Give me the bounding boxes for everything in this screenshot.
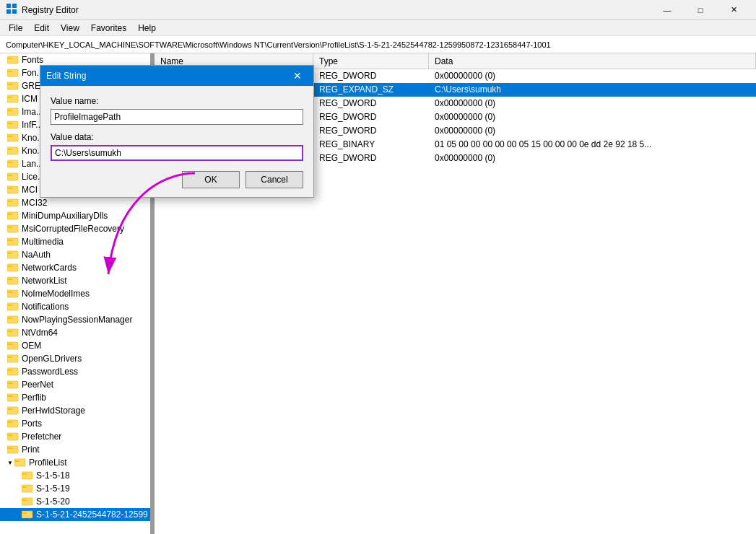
folder-icon — [7, 54, 19, 66]
svg-rect-51 — [7, 253, 12, 254]
tree-item[interactable]: OEM — [0, 339, 150, 352]
tree-item[interactable]: Ports — [0, 417, 150, 430]
folder-icon — [7, 301, 19, 313]
tree-item[interactable]: S-1-5-18 — [0, 469, 150, 482]
tree-item[interactable]: MiniDumpAuxiliaryDlls — [0, 209, 150, 222]
svg-rect-30 — [7, 162, 12, 163]
cancel-button[interactable]: Cancel — [246, 171, 303, 188]
dialog-buttons: OK Cancel — [51, 170, 303, 188]
folder-icon — [7, 119, 19, 131]
menu-item-view[interactable]: View — [55, 22, 85, 35]
svg-rect-87 — [7, 408, 12, 410]
tree-item[interactable]: PerHwIdStorage — [0, 404, 150, 417]
svg-rect-9 — [7, 71, 12, 72]
folder-icon — [7, 210, 19, 222]
tree-item[interactable]: PasswordLess — [0, 365, 150, 378]
svg-rect-60 — [7, 292, 12, 293]
svg-rect-45 — [7, 227, 12, 228]
tree-item-label: S-1-5-18 — [36, 470, 70, 481]
tree-item[interactable]: MsiCorruptedFileRecovery — [0, 222, 150, 235]
tree-item[interactable]: NoImeModelImes — [0, 287, 150, 300]
folder-icon — [7, 392, 19, 404]
folder-icon — [22, 496, 33, 508]
tree-item[interactable]: Notifications — [0, 300, 150, 313]
svg-rect-4 — [7, 56, 18, 64]
tree-item[interactable]: S-1-5-19 — [0, 482, 150, 495]
tree-item[interactable]: NetworkList — [0, 274, 150, 287]
tree-item-label: S-1-5-19 — [36, 483, 70, 494]
svg-rect-28 — [7, 160, 18, 167]
svg-rect-97 — [14, 459, 25, 466]
folder-icon — [7, 158, 19, 170]
menu-item-file[interactable]: File — [3, 22, 28, 35]
svg-rect-70 — [7, 342, 18, 349]
col-header-data[interactable]: Data — [429, 53, 756, 69]
tree-item[interactable]: NetworkCards — [0, 261, 150, 274]
folder-icon — [7, 145, 19, 157]
tree-item[interactable]: S-1-5-20 — [0, 495, 150, 508]
folder-icon — [7, 184, 19, 196]
folder-icon — [7, 314, 19, 326]
tree-item[interactable]: NtVdm64 — [0, 326, 150, 339]
tree-item[interactable]: PeerNet — [0, 378, 150, 391]
col-header-type[interactable]: Type — [313, 53, 429, 69]
dialog-titlebar: Edit String ✕ — [40, 66, 313, 86]
tree-item[interactable]: NowPlayingSessionManager — [0, 313, 150, 326]
svg-rect-52 — [7, 264, 18, 271]
tree-item[interactable]: ▼ ProfileList — [0, 456, 150, 469]
svg-rect-63 — [7, 305, 12, 306]
minimize-button[interactable]: — — [651, 0, 684, 20]
tree-item[interactable]: Perflib — [0, 391, 150, 404]
svg-rect-79 — [7, 381, 18, 388]
folder-icon — [22, 470, 33, 482]
tree-item-label: ICM — [22, 94, 38, 104]
tree-item-label: Multimedia — [22, 237, 64, 247]
svg-rect-103 — [22, 485, 32, 492]
svg-rect-40 — [7, 212, 18, 219]
close-button[interactable]: ✕ — [717, 0, 750, 20]
folder-icon — [7, 288, 19, 300]
svg-rect-15 — [7, 97, 12, 98]
menu-item-favorites[interactable]: Favorites — [85, 22, 132, 35]
svg-rect-25 — [7, 147, 18, 154]
window-controls: — □ ✕ — [651, 0, 750, 20]
svg-rect-34 — [7, 186, 18, 193]
svg-rect-109 — [22, 511, 32, 518]
folder-icon — [7, 366, 19, 378]
cell-data: 0x00000000 (0) — [429, 153, 756, 163]
tree-item[interactable]: MCI32 — [0, 196, 150, 209]
svg-rect-36 — [7, 188, 12, 189]
folder-icon — [22, 509, 33, 521]
svg-rect-82 — [7, 394, 18, 401]
maximize-button[interactable]: □ — [684, 0, 717, 20]
svg-rect-99 — [14, 460, 19, 462]
tree-item[interactable]: Multimedia — [0, 235, 150, 248]
tree-item-label: NetworkCards — [22, 263, 77, 273]
svg-rect-31 — [7, 173, 18, 180]
menu-item-edit[interactable]: Edit — [28, 22, 55, 35]
svg-rect-94 — [7, 446, 18, 453]
cell-type: REG_DWORD — [313, 153, 429, 163]
dialog-title: Edit String — [46, 71, 287, 81]
folder-icon — [7, 67, 19, 79]
svg-rect-19 — [7, 121, 18, 128]
svg-rect-46 — [7, 238, 18, 245]
tree-item[interactable]: Print — [0, 443, 150, 456]
tree-item[interactable]: OpenGLDrivers — [0, 352, 150, 365]
tree-item-label: Perflib — [22, 393, 46, 403]
dialog-close-button[interactable]: ✕ — [287, 66, 308, 86]
value-data-input[interactable] — [51, 145, 303, 161]
svg-rect-88 — [7, 420, 18, 427]
address-path[interactable]: Computer\HKEY_LOCAL_MACHINE\SOFTWARE\Mic… — [3, 39, 753, 51]
tree-item[interactable]: S-1-5-21-2452544782-12599 — [0, 508, 150, 521]
menu-item-help[interactable]: Help — [132, 22, 162, 35]
svg-rect-67 — [7, 329, 18, 336]
tree-item[interactable]: Prefetcher — [0, 430, 150, 443]
tree-item-label: NoImeModelImes — [22, 289, 90, 299]
value-name-input[interactable] — [51, 109, 303, 125]
svg-rect-69 — [7, 331, 12, 332]
tree-item-label: ProfileList — [29, 458, 67, 468]
tree-item[interactable]: NaAuth — [0, 248, 150, 261]
ok-button[interactable]: OK — [182, 171, 240, 188]
svg-rect-22 — [7, 134, 18, 141]
